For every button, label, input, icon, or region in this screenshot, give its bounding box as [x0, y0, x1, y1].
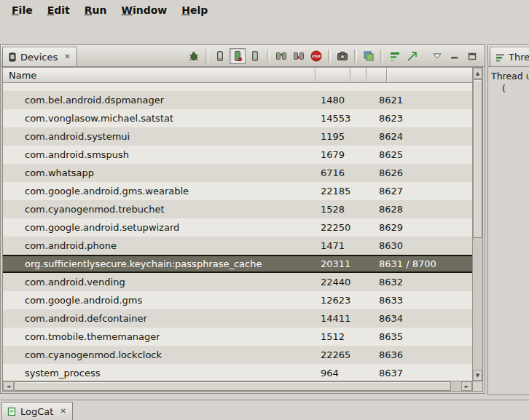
table-row[interactable]: com.bel.android.dspmanager 1480 8621	[3, 91, 472, 109]
toolbar-separator	[328, 49, 331, 63]
tab-logcat[interactable]: LogCat ✕	[1, 402, 73, 420]
threads-tab-icon	[495, 52, 505, 62]
scrollbar-corner	[472, 381, 482, 391]
column-resize-handle[interactable]	[315, 68, 316, 82]
cell-name: com.android.phone	[3, 240, 315, 251]
column-resize-handle[interactable]	[386, 68, 387, 82]
cell-port: 8623	[366, 113, 472, 124]
table-row[interactable]: com.android.phone 1471 8630	[3, 237, 472, 255]
table-row[interactable]: com.android.smspush 1679 8625	[3, 146, 472, 164]
table-row[interactable]: com.cyanogenmod.lockclock 22265 8636	[3, 346, 472, 364]
cell-pid: 22250	[315, 222, 350, 233]
view-menu-dropdown-icon[interactable]	[429, 48, 445, 64]
table-row[interactable]: com.android.vending 22440 8632	[3, 273, 472, 291]
cell-pid: 22440	[315, 277, 350, 288]
column-resize-handle[interactable]	[366, 68, 367, 82]
toolbar-separator	[205, 49, 208, 63]
main-area: Devices ✕	[0, 44, 529, 395]
cell-name: com.bel.android.dspmanager	[3, 95, 315, 106]
horizontal-scrollbar[interactable]: ◄ ►	[3, 381, 472, 391]
table-row[interactable]: com.whatsapp 6716 8626	[3, 164, 472, 182]
cell-name: com.android.smspush	[3, 149, 315, 160]
table-row[interactable]: com.google.android.setupwizard 22250 862…	[3, 218, 472, 237]
menu-file[interactable]: File	[4, 2, 40, 18]
scroll-left-arrow[interactable]: ◄	[3, 381, 14, 391]
cell-name: com.whatsapp	[3, 167, 315, 178]
maximize-icon[interactable]	[464, 48, 480, 64]
cell-pid: 20311	[315, 258, 350, 269]
cell-port: 8636	[366, 349, 472, 360]
table-row[interactable]: com.android.systemui 1195 8624	[3, 127, 472, 146]
stop-process-icon[interactable]: STOP	[308, 48, 324, 64]
cell-port: 8634	[366, 313, 472, 324]
menu-run[interactable]: Run	[77, 2, 114, 18]
menu-window[interactable]: Window	[114, 2, 174, 18]
scroll-down-arrow[interactable]: ▼	[473, 370, 482, 381]
horizontal-scroll-thumb[interactable]	[15, 381, 451, 391]
menu-bar: FileEditRunWindowHelp	[0, 0, 529, 20]
table-row[interactable]: com.android.defcontainer 14411 8634	[3, 309, 472, 328]
tab-threads[interactable]: Threads	[490, 47, 529, 66]
reset-adb-icon[interactable]	[291, 48, 307, 64]
table-row[interactable]: com.tmobile.thememanager 1512 8635	[3, 328, 472, 346]
menu-help[interactable]: Help	[174, 2, 215, 18]
sync-phones-icon[interactable]	[273, 48, 289, 64]
cell-pid: 6716	[315, 167, 350, 178]
cell-name: com.android.systemui	[3, 131, 315, 142]
cell-port: 8628	[366, 204, 472, 215]
cell-name: com.google.android.gms	[3, 295, 315, 306]
threads-content: Thread up (	[488, 67, 529, 395]
update-threads-icon[interactable]	[387, 48, 403, 64]
threads-message-line2: (	[502, 83, 506, 94]
minimize-icon[interactable]	[447, 48, 463, 64]
cell-port: 8625	[366, 149, 472, 160]
cell-name: com.android.vending	[3, 277, 315, 288]
cell-pid: 14553	[315, 113, 350, 124]
update-heap-icon[interactable]	[404, 48, 420, 64]
menu-edit[interactable]: Edit	[40, 2, 77, 18]
table-row[interactable]: com.google.android.gms.wearable 22185 86…	[3, 182, 472, 200]
devices-table: Name com.bel.android.dspmanager 1480 862…	[2, 67, 483, 392]
cell-port: 8633	[366, 295, 472, 306]
cell-name: com.google.android.setupwizard	[3, 222, 315, 233]
device-rows: com.bel.android.dspmanager 1480 8621 com…	[3, 83, 472, 381]
cell-pid: 1512	[315, 331, 350, 342]
cell-port: 8629	[366, 222, 472, 233]
close-icon[interactable]: ✕	[59, 408, 66, 415]
logcat-tab-label: LogCat	[20, 406, 53, 417]
gallery-icon[interactable]	[361, 48, 377, 64]
devices-tabbar: Devices ✕	[1, 45, 485, 67]
table-row[interactable]: org.sufficientlysecure.keychain:passphra…	[3, 255, 472, 273]
cell-name: com.google.android.gms.wearable	[3, 186, 315, 197]
vertical-scroll-thumb[interactable]	[473, 79, 482, 238]
table-row[interactable]: com.vonglasow.michael.satstat 14553 8623	[3, 109, 472, 127]
screenshot-camera-icon[interactable]	[334, 48, 350, 64]
scroll-up-arrow[interactable]: ▲	[473, 68, 482, 79]
cell-pid: 964	[315, 368, 350, 379]
table-row[interactable]: com.cyanogenmod.trebuchet 1528 8628	[3, 200, 472, 218]
debug-icon[interactable]	[186, 48, 202, 64]
cell-port: 8624	[366, 131, 472, 142]
close-icon[interactable]: ✕	[63, 53, 71, 60]
cell-pid: 14411	[315, 313, 350, 324]
scroll-right-arrow[interactable]: ►	[461, 381, 472, 391]
devices-toolbar: STOP	[186, 47, 480, 66]
phone-online-icon[interactable]	[230, 48, 246, 64]
table-row[interactable]: com.google.android.gms 12623 8633	[3, 291, 472, 309]
cell-port: 8630	[366, 240, 472, 251]
phone-offline-icon[interactable]	[247, 48, 263, 64]
vertical-scrollbar[interactable]: ▲ ▼	[472, 68, 482, 381]
table-row[interactable]: system_process 964 8637	[3, 364, 472, 381]
cell-name: com.cyanogenmod.lockclock	[3, 349, 315, 360]
threads-tab-label: Threads	[509, 52, 529, 63]
tab-devices[interactable]: Devices ✕	[2, 47, 77, 66]
cell-pid: 12623	[315, 295, 350, 306]
cell-pid: 1471	[315, 240, 350, 251]
column-resize-handle[interactable]	[350, 68, 350, 82]
phone-icon[interactable]	[212, 48, 228, 64]
cell-port: 8631 / 8700	[366, 258, 472, 269]
cell-port: 8637	[366, 368, 472, 379]
devices-tab-icon	[8, 52, 17, 62]
column-header-name[interactable]: Name	[3, 70, 36, 81]
toolbar-separator	[354, 49, 357, 63]
